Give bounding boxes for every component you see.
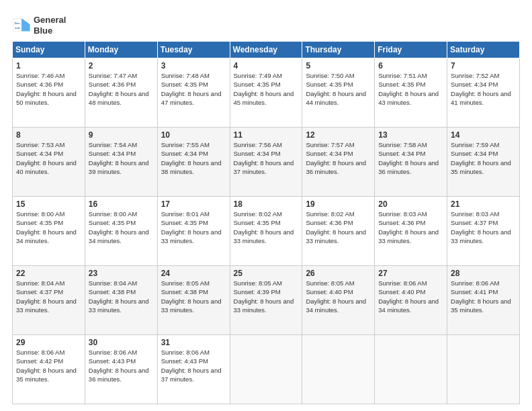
sunset: Sunset: 4:43 PM — [161, 357, 226, 365]
sunrise: Sunrise: 8:05 AM — [161, 279, 226, 287]
day-info: Sunrise: 7:48 AM Sunset: 4:35 PM Dayligh… — [161, 71, 226, 107]
day-number: 26 — [306, 269, 371, 278]
sunrise: Sunrise: 8:06 AM — [16, 348, 81, 357]
table-row: 31 Sunrise: 8:06 AM Sunset: 4:43 PM Dayl… — [157, 335, 230, 404]
daylight: Daylight: 8 hours and 34 minutes. — [378, 297, 443, 315]
sunset: Sunset: 4:36 PM — [306, 218, 371, 227]
daylight: Daylight: 8 hours and 36 minutes. — [306, 158, 371, 177]
sunrise: Sunrise: 8:04 AM — [16, 279, 81, 287]
sunrise: Sunrise: 7:50 AM — [306, 71, 371, 80]
table-row: 9 Sunrise: 7:54 AM Sunset: 4:34 PM Dayli… — [85, 128, 157, 197]
daylight: Daylight: 8 hours and 44 minutes. — [306, 89, 371, 107]
daylight: Daylight: 8 hours and 33 minutes. — [161, 297, 226, 315]
sunset: Sunset: 4:40 PM — [378, 287, 443, 296]
day-number: 14 — [451, 130, 516, 140]
day-info: Sunrise: 8:05 AM Sunset: 4:40 PM Dayligh… — [306, 279, 371, 314]
table-row: 29 Sunrise: 8:06 AM Sunset: 4:42 PM Dayl… — [13, 335, 85, 404]
table-row: 10 Sunrise: 7:55 AM Sunset: 4:34 PM Dayl… — [157, 128, 230, 197]
sunrise: Sunrise: 7:55 AM — [161, 140, 226, 149]
table-row: 2 Sunrise: 7:47 AM Sunset: 4:36 PM Dayli… — [85, 58, 157, 128]
day-number: 9 — [89, 130, 154, 140]
daylight: Daylight: 8 hours and 37 minutes. — [161, 366, 226, 384]
header-saturday: Saturday — [447, 42, 520, 58]
daylight: Daylight: 8 hours and 34 minutes. — [306, 297, 371, 315]
daylight: Daylight: 8 hours and 35 minutes. — [451, 158, 516, 177]
header-wednesday: Wednesday — [230, 42, 302, 58]
week-row-1: 1 Sunrise: 7:46 AM Sunset: 4:36 PM Dayli… — [13, 58, 520, 128]
daylight: Daylight: 8 hours and 33 minutes. — [16, 297, 81, 315]
day-number: 19 — [306, 199, 371, 209]
day-number: 20 — [378, 199, 443, 209]
day-number: 29 — [16, 338, 81, 347]
table-row: 12 Sunrise: 7:57 AM Sunset: 4:34 PM Dayl… — [302, 128, 375, 197]
day-info: Sunrise: 8:06 AM Sunset: 4:43 PM Dayligh… — [161, 348, 226, 383]
daylight: Daylight: 8 hours and 38 minutes. — [161, 158, 226, 177]
day-info: Sunrise: 7:53 AM Sunset: 4:34 PM Dayligh… — [16, 140, 81, 176]
table-row: 19 Sunrise: 8:02 AM Sunset: 4:36 PM Dayl… — [302, 197, 375, 266]
day-info: Sunrise: 7:58 AM Sunset: 4:34 PM Dayligh… — [378, 140, 443, 176]
day-info: Sunrise: 8:00 AM Sunset: 4:35 PM Dayligh… — [89, 210, 154, 245]
table-row: 16 Sunrise: 8:00 AM Sunset: 4:35 PM Dayl… — [85, 197, 157, 266]
day-info: Sunrise: 8:01 AM Sunset: 4:35 PM Dayligh… — [161, 210, 226, 245]
daylight: Daylight: 8 hours and 45 minutes. — [234, 89, 299, 107]
sunrise: Sunrise: 7:56 AM — [234, 140, 299, 149]
day-info: Sunrise: 8:04 AM Sunset: 4:37 PM Dayligh… — [16, 279, 81, 314]
table-row: 15 Sunrise: 8:00 AM Sunset: 4:35 PM Dayl… — [13, 197, 85, 266]
daylight: Daylight: 8 hours and 34 minutes. — [89, 228, 154, 246]
sunrise: Sunrise: 8:04 AM — [89, 279, 154, 287]
day-info: Sunrise: 7:56 AM Sunset: 4:34 PM Dayligh… — [234, 140, 299, 176]
table-row: 24 Sunrise: 8:05 AM Sunset: 4:38 PM Dayl… — [157, 266, 230, 335]
table-row: 7 Sunrise: 7:52 AM Sunset: 4:34 PM Dayli… — [447, 58, 520, 128]
header-tuesday: Tuesday — [157, 42, 230, 58]
sunrise: Sunrise: 8:05 AM — [234, 279, 299, 287]
sunrise: Sunrise: 8:05 AM — [306, 279, 371, 287]
sunrise: Sunrise: 8:06 AM — [161, 348, 226, 357]
sunset: Sunset: 4:35 PM — [89, 218, 154, 227]
day-info: Sunrise: 7:59 AM Sunset: 4:34 PM Dayligh… — [451, 140, 516, 176]
sunset: Sunset: 4:34 PM — [306, 149, 371, 158]
header: Gen eral General Blue — [12, 12, 520, 36]
page: Gen eral General Blue Sunday Monday Tues… — [0, 0, 532, 411]
table-row: 23 Sunrise: 8:04 AM Sunset: 4:38 PM Dayl… — [85, 266, 157, 335]
header-friday: Friday — [375, 42, 447, 58]
daylight: Daylight: 8 hours and 34 minutes. — [16, 228, 81, 246]
day-number: 31 — [161, 338, 226, 347]
table-row: 8 Sunrise: 7:53 AM Sunset: 4:34 PM Dayli… — [13, 128, 85, 197]
table-row: 25 Sunrise: 8:05 AM Sunset: 4:39 PM Dayl… — [230, 266, 302, 335]
table-row: 17 Sunrise: 8:01 AM Sunset: 4:35 PM Dayl… — [157, 197, 230, 266]
table-row: 26 Sunrise: 8:05 AM Sunset: 4:40 PM Dayl… — [302, 266, 375, 335]
sunset: Sunset: 4:39 PM — [234, 287, 299, 296]
daylight: Daylight: 8 hours and 33 minutes. — [306, 228, 371, 246]
calendar-header-row: Sunday Monday Tuesday Wednesday Thursday… — [13, 42, 520, 58]
day-number: 30 — [89, 338, 154, 347]
daylight: Daylight: 8 hours and 37 minutes. — [234, 158, 299, 177]
day-info: Sunrise: 7:50 AM Sunset: 4:35 PM Dayligh… — [306, 71, 371, 107]
day-number: 12 — [306, 130, 371, 140]
day-number: 6 — [378, 61, 443, 71]
daylight: Daylight: 8 hours and 39 minutes. — [89, 158, 154, 177]
day-number: 18 — [234, 199, 299, 209]
table-row: 18 Sunrise: 8:02 AM Sunset: 4:35 PM Dayl… — [230, 197, 302, 266]
day-number: 28 — [451, 269, 516, 278]
day-info: Sunrise: 7:51 AM Sunset: 4:35 PM Dayligh… — [378, 71, 443, 107]
day-info: Sunrise: 8:06 AM Sunset: 4:42 PM Dayligh… — [16, 348, 81, 383]
daylight: Daylight: 8 hours and 33 minutes. — [161, 228, 226, 246]
sunrise: Sunrise: 7:47 AM — [89, 71, 154, 80]
day-number: 13 — [378, 130, 443, 140]
sunset: Sunset: 4:34 PM — [89, 149, 154, 158]
daylight: Daylight: 8 hours and 36 minutes. — [89, 366, 154, 384]
day-number: 16 — [89, 199, 154, 209]
day-number: 15 — [16, 199, 81, 209]
day-info: Sunrise: 7:55 AM Sunset: 4:34 PM Dayligh… — [161, 140, 226, 176]
logo-icon: Gen eral — [12, 16, 31, 35]
table-row: 6 Sunrise: 7:51 AM Sunset: 4:35 PM Dayli… — [375, 58, 447, 128]
day-info: Sunrise: 7:57 AM Sunset: 4:34 PM Dayligh… — [306, 140, 371, 176]
table-row — [302, 335, 375, 404]
week-row-3: 15 Sunrise: 8:00 AM Sunset: 4:35 PM Dayl… — [13, 197, 520, 266]
sunset: Sunset: 4:43 PM — [89, 357, 154, 365]
day-number: 4 — [234, 61, 299, 71]
daylight: Daylight: 8 hours and 36 minutes. — [378, 158, 443, 177]
week-row-4: 22 Sunrise: 8:04 AM Sunset: 4:37 PM Dayl… — [13, 266, 520, 335]
sunrise: Sunrise: 7:48 AM — [161, 71, 226, 80]
daylight: Daylight: 8 hours and 47 minutes. — [161, 89, 226, 107]
